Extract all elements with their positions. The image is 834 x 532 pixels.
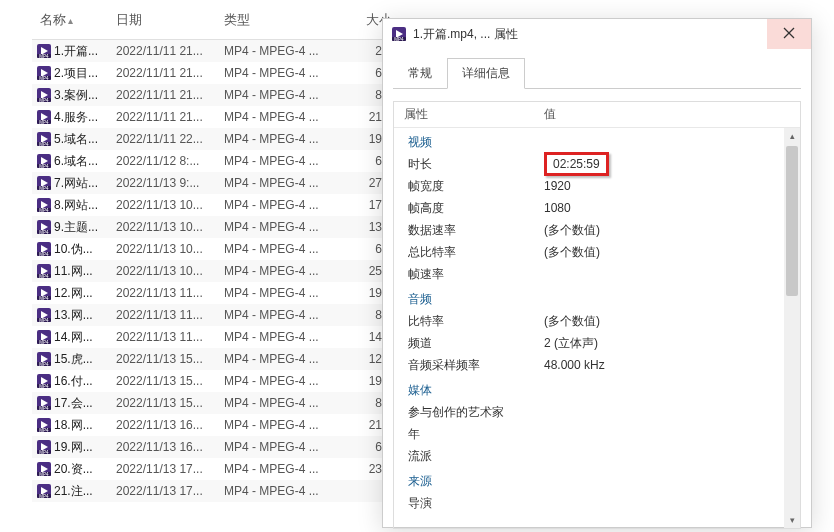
file-type: MP4 - MPEG-4 ... bbox=[224, 418, 354, 432]
file-type: MP4 - MPEG-4 ... bbox=[224, 220, 354, 234]
mp4-file-icon: MP4 bbox=[36, 461, 52, 477]
file-row[interactable]: MP413.网...2022/11/13 11...MP4 - MPEG-4 .… bbox=[32, 304, 392, 326]
file-row[interactable]: MP410.伪...2022/11/13 10...MP4 - MPEG-4 .… bbox=[32, 238, 392, 260]
file-name: 3.案例... bbox=[54, 87, 116, 104]
mp4-file-icon: MP4 bbox=[36, 43, 52, 59]
file-row[interactable]: MP420.资...2022/11/13 17...MP4 - MPEG-4 .… bbox=[32, 458, 392, 480]
prop-frame-height[interactable]: 帧高度1080 bbox=[394, 197, 800, 219]
file-list-body: MP41.开篇...2022/11/11 21...MP4 - MPEG-4 .… bbox=[32, 40, 392, 502]
tab-general[interactable]: 常规 bbox=[393, 58, 447, 89]
file-row[interactable]: MP417.会...2022/11/13 15...MP4 - MPEG-4 .… bbox=[32, 392, 392, 414]
file-name: 20.资... bbox=[54, 461, 116, 478]
svg-text:MP4: MP4 bbox=[394, 37, 404, 42]
scroll-down-icon[interactable]: ▾ bbox=[784, 512, 800, 528]
prop-total-bitrate[interactable]: 总比特率(多个数值) bbox=[394, 241, 800, 263]
svg-text:MP4: MP4 bbox=[39, 252, 49, 257]
group-source[interactable]: 来源 bbox=[394, 467, 800, 492]
tab-details[interactable]: 详细信息 bbox=[447, 58, 525, 89]
file-row[interactable]: MP41.开篇...2022/11/11 21...MP4 - MPEG-4 .… bbox=[32, 40, 392, 62]
file-date: 2022/11/13 11... bbox=[116, 308, 224, 322]
svg-text:MP4: MP4 bbox=[39, 208, 49, 213]
prop-key: 总比特率 bbox=[394, 244, 544, 261]
prop-director[interactable]: 导演 bbox=[394, 492, 800, 514]
prop-key: 频道 bbox=[394, 335, 544, 352]
prop-frame-width[interactable]: 帧宽度1920 bbox=[394, 175, 800, 197]
file-list-panel: 名称▴ 日期 类型 大小 MP41.开篇...2022/11/11 21...M… bbox=[32, 0, 392, 532]
file-type: MP4 - MPEG-4 ... bbox=[224, 264, 354, 278]
file-name: 4.服务... bbox=[54, 109, 116, 126]
file-row[interactable]: MP45.域名...2022/11/11 22...MP4 - MPEG-4 .… bbox=[32, 128, 392, 150]
header-date[interactable]: 日期 bbox=[116, 11, 224, 29]
mp4-file-icon: MP4 bbox=[36, 197, 52, 213]
svg-text:MP4: MP4 bbox=[39, 428, 49, 433]
file-type: MP4 - MPEG-4 ... bbox=[224, 330, 354, 344]
file-row[interactable]: MP42.项目...2022/11/11 21...MP4 - MPEG-4 .… bbox=[32, 62, 392, 84]
file-row[interactable]: MP44.服务...2022/11/11 21...MP4 - MPEG-4 .… bbox=[32, 106, 392, 128]
properties-tabs: 常规 详细信息 bbox=[393, 57, 801, 89]
group-media[interactable]: 媒体 bbox=[394, 376, 800, 401]
prop-audio-bitrate[interactable]: 比特率(多个数值) bbox=[394, 310, 800, 332]
file-name: 21.注... bbox=[54, 483, 116, 500]
prop-frame-rate[interactable]: 帧速率 bbox=[394, 263, 800, 285]
svg-text:MP4: MP4 bbox=[39, 450, 49, 455]
file-type: MP4 - MPEG-4 ... bbox=[224, 462, 354, 476]
file-date: 2022/11/11 21... bbox=[116, 88, 224, 102]
file-row[interactable]: MP416.付...2022/11/13 15...MP4 - MPEG-4 .… bbox=[32, 370, 392, 392]
mp4-file-icon: MP4 bbox=[36, 109, 52, 125]
file-type: MP4 - MPEG-4 ... bbox=[224, 132, 354, 146]
file-name: 5.域名... bbox=[54, 131, 116, 148]
file-row[interactable]: MP415.虎...2022/11/13 15...MP4 - MPEG-4 .… bbox=[32, 348, 392, 370]
file-name: 7.网站... bbox=[54, 175, 116, 192]
svg-text:MP4: MP4 bbox=[39, 472, 49, 477]
header-value[interactable]: 值 bbox=[544, 106, 800, 123]
file-row[interactable]: MP419.网...2022/11/13 16...MP4 - MPEG-4 .… bbox=[32, 436, 392, 458]
file-row[interactable]: MP47.网站...2022/11/13 9:...MP4 - MPEG-4 .… bbox=[32, 172, 392, 194]
file-name: 1.开篇... bbox=[54, 43, 116, 60]
properties-scrollbar[interactable]: ▴ ▾ bbox=[784, 128, 800, 528]
file-type: MP4 - MPEG-4 ... bbox=[224, 352, 354, 366]
prop-artist[interactable]: 参与创作的艺术家 bbox=[394, 401, 800, 423]
file-row[interactable]: MP48.网站...2022/11/13 10...MP4 - MPEG-4 .… bbox=[32, 194, 392, 216]
file-row[interactable]: MP418.网...2022/11/13 16...MP4 - MPEG-4 .… bbox=[32, 414, 392, 436]
file-type: MP4 - MPEG-4 ... bbox=[224, 66, 354, 80]
properties-titlebar[interactable]: MP4 1.开篇.mp4, ... 属性 bbox=[383, 19, 811, 49]
file-date: 2022/11/13 17... bbox=[116, 462, 224, 476]
prop-genre[interactable]: 流派 bbox=[394, 445, 800, 467]
prop-duration[interactable]: 时长 02:25:59 bbox=[394, 153, 800, 175]
file-row[interactable]: MP43.案例...2022/11/11 21...MP4 - MPEG-4 .… bbox=[32, 84, 392, 106]
mp4-file-icon: MP4 bbox=[36, 395, 52, 411]
scroll-up-icon[interactable]: ▴ bbox=[784, 128, 800, 144]
file-row[interactable]: MP46.域名...2022/11/12 8:...MP4 - MPEG-4 .… bbox=[32, 150, 392, 172]
file-list-header: 名称▴ 日期 类型 大小 bbox=[32, 0, 392, 40]
svg-text:MP4: MP4 bbox=[39, 164, 49, 169]
prop-key: 帧高度 bbox=[394, 200, 544, 217]
file-row[interactable]: MP411.网...2022/11/13 10...MP4 - MPEG-4 .… bbox=[32, 260, 392, 282]
header-name[interactable]: 名称▴ bbox=[32, 11, 116, 29]
prop-audio-sample-rate[interactable]: 音频采样频率48.000 kHz bbox=[394, 354, 800, 376]
file-date: 2022/11/13 11... bbox=[116, 330, 224, 344]
file-date: 2022/11/13 16... bbox=[116, 440, 224, 454]
svg-text:MP4: MP4 bbox=[39, 274, 49, 279]
mp4-file-icon: MP4 bbox=[36, 153, 52, 169]
group-video[interactable]: 视频 bbox=[394, 128, 800, 153]
file-row[interactable]: MP49.主题...2022/11/13 10...MP4 - MPEG-4 .… bbox=[32, 216, 392, 238]
close-button[interactable] bbox=[767, 19, 811, 49]
mp4-file-icon: MP4 bbox=[36, 241, 52, 257]
svg-text:MP4: MP4 bbox=[39, 120, 49, 125]
svg-text:MP4: MP4 bbox=[39, 230, 49, 235]
prop-year[interactable]: 年 bbox=[394, 423, 800, 445]
header-type[interactable]: 类型 bbox=[224, 11, 354, 29]
group-audio[interactable]: 音频 bbox=[394, 285, 800, 310]
prop-key: 导演 bbox=[394, 495, 544, 512]
scroll-thumb[interactable] bbox=[786, 146, 798, 296]
prop-key: 比特率 bbox=[394, 313, 544, 330]
header-property[interactable]: 属性 bbox=[394, 106, 544, 123]
prop-data-rate[interactable]: 数据速率(多个数值) bbox=[394, 219, 800, 241]
file-type: MP4 - MPEG-4 ... bbox=[224, 484, 354, 498]
prop-key: 流派 bbox=[394, 448, 544, 465]
file-row[interactable]: MP414.网...2022/11/13 11...MP4 - MPEG-4 .… bbox=[32, 326, 392, 348]
file-row[interactable]: MP421.注...2022/11/13 17...MP4 - MPEG-4 .… bbox=[32, 480, 392, 502]
prop-channels[interactable]: 频道2 (立体声) bbox=[394, 332, 800, 354]
file-row[interactable]: MP412.网...2022/11/13 11...MP4 - MPEG-4 .… bbox=[32, 282, 392, 304]
file-name: 13.网... bbox=[54, 307, 116, 324]
